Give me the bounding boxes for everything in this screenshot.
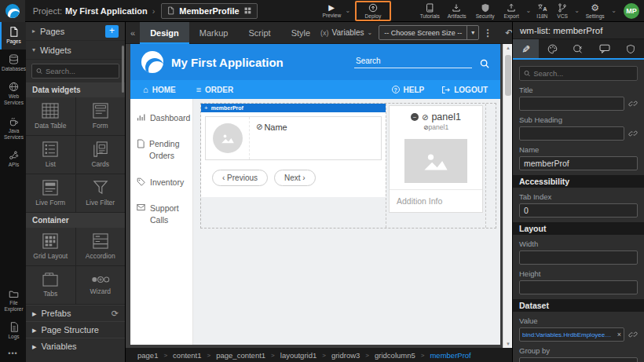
widget-tile-live-form[interactable]: Live Form <box>26 174 75 212</box>
user-avatar[interactable]: MP <box>624 3 639 19</box>
page-structure-accordion[interactable]: ▸ Page Structure <box>26 321 125 338</box>
security-button[interactable]: Security <box>472 0 498 22</box>
vcs-button[interactable]: VCS <box>554 0 571 22</box>
width-input[interactable] <box>519 250 638 265</box>
breadcrumb-gridrow3[interactable]: gridrow3 <box>331 351 360 360</box>
chevron-down-icon[interactable]: ⌄ <box>611 7 617 14</box>
sidebar-item-inventory[interactable]: Inventory <box>130 170 192 196</box>
kebab-menu-icon[interactable]: ⋮ <box>479 27 496 38</box>
tab-markup[interactable]: Markup <box>189 22 239 44</box>
export-button[interactable]: Export <box>500 0 522 22</box>
layout-grid-row[interactable]: + memberProf <box>200 103 496 229</box>
properties-search-input[interactable] <box>533 69 633 78</box>
tab-design[interactable]: Design <box>140 22 189 44</box>
breadcrumb-content1[interactable]: content1 <box>173 351 201 360</box>
tab-properties[interactable]: ✎ <box>513 39 539 58</box>
widget-search-input[interactable] <box>46 67 115 75</box>
grid-column-panel[interactable]: – ⊘ panel1 ⊘panel1 Additio <box>386 104 485 228</box>
refresh-icon[interactable]: ⟳ <box>112 309 119 319</box>
wavemaker-logo[interactable] <box>0 0 25 22</box>
value-binding-input[interactable]: bind:Variables.HrdbEmployeeData.data × <box>519 327 624 342</box>
rail-item-file-explorer[interactable]: File Explorer <box>0 284 26 317</box>
artifacts-button[interactable]: Artifacts <box>444 0 470 22</box>
widgets-panel-scrollbar[interactable] <box>122 46 124 93</box>
next-button[interactable]: Next › <box>274 170 316 186</box>
widget-tile-tabs[interactable]: Tabs <box>26 266 75 304</box>
widget-tile-cards[interactable]: Cards <box>76 136 126 174</box>
breadcrumb-gridcolumn5[interactable]: gridcolumn5 <box>375 351 415 360</box>
tutorials-button[interactable]: Tutorials <box>416 0 444 22</box>
sub-heading-input[interactable] <box>519 126 624 141</box>
clear-binding-icon[interactable]: × <box>617 331 621 338</box>
deploy-button[interactable]: Deploy <box>361 0 385 22</box>
rail-item-apis[interactable]: APIs <box>0 145 26 173</box>
sidebar-item-pending-orders[interactable]: Pending Orders <box>130 131 192 169</box>
variables-accordion[interactable]: ▸ Variables <box>26 338 125 354</box>
tab-style[interactable]: Style <box>281 22 320 44</box>
sidebar-item-dashboard[interactable]: Dashboard <box>130 105 192 131</box>
panel1-image-placeholder[interactable] <box>404 139 467 183</box>
previous-button[interactable]: ‹ Previous <box>212 170 268 186</box>
widget-tile-grid-layout[interactable]: Grid Layout <box>26 228 75 265</box>
scrollbar-thumb[interactable] <box>505 55 511 96</box>
prefabs-accordion[interactable]: ▸ Prefabs ⟳ <box>26 305 125 321</box>
chevron-down-icon[interactable]: ⌄ <box>345 7 350 14</box>
tab-index-input[interactable] <box>519 203 638 218</box>
widget-tile-live-filter[interactable]: Live Filter <box>76 174 126 212</box>
rail-item-java-services[interactable]: Java Services <box>0 112 26 145</box>
page-tab-memberprofile[interactable]: MemberProfile <box>161 3 257 19</box>
nav-help[interactable]: ? HELP <box>392 86 425 94</box>
preview-button[interactable]: ▶ Preview <box>319 0 345 22</box>
screen-size-select[interactable]: -- Choose Screen Size -- ▼ <box>379 25 479 40</box>
tab-script[interactable]: Script <box>239 22 281 44</box>
rail-item-web-services[interactable]: Web Services <box>0 77 26 111</box>
chevron-down-icon[interactable]: ⌄ <box>525 7 531 14</box>
panel1-widget[interactable]: – ⊘ panel1 ⊘panel1 Additio <box>389 105 483 213</box>
widget-tile-data-table[interactable]: Data Table <box>26 97 75 135</box>
breadcrumb-memberprof[interactable]: memberProf <box>430 351 470 360</box>
widget-tile-accordion[interactable]: Accordion <box>76 228 126 265</box>
breadcrumb-layoutgrid1[interactable]: layoutgrid1 <box>280 351 317 360</box>
breadcrumb-page-content1[interactable]: page_content1 <box>216 351 265 360</box>
panel1-header[interactable]: – ⊘ panel1 <box>390 106 482 123</box>
widget-tile-form[interactable]: Form <box>76 97 126 135</box>
grid-column-memberprof[interactable]: + memberProf <box>201 104 386 228</box>
pages-accordion[interactable]: ▸ Pages + <box>26 22 125 41</box>
tab-inspect[interactable] <box>565 39 591 58</box>
grid-column-empty[interactable] <box>485 104 496 228</box>
rail-more-button[interactable]: ••• <box>0 345 26 362</box>
i18n-button[interactable]: A I18N <box>533 0 551 22</box>
panel-collapse-icon[interactable]: – <box>411 113 419 121</box>
name-input[interactable] <box>519 156 638 170</box>
tab-messages[interactable] <box>591 39 617 58</box>
collapse-left-icon[interactable]: « <box>126 28 140 38</box>
chevron-down-icon[interactable]: ⌄ <box>574 7 580 14</box>
nav-home[interactable]: ⌂ HOME <box>143 85 176 94</box>
height-input[interactable] <box>519 280 638 294</box>
bind-link-icon[interactable] <box>628 330 638 339</box>
widget-tile-wizard[interactable]: Wizard <box>76 266 126 304</box>
search-icon[interactable] <box>480 59 489 68</box>
rail-item-pages[interactable]: Pages <box>0 22 26 49</box>
bind-link-icon[interactable] <box>628 99 638 108</box>
settings-button[interactable]: ⚙ Settings <box>582 0 608 22</box>
canvas-scrollbar[interactable]: ▲ ▼ <box>503 44 512 348</box>
group-by-input[interactable] <box>519 357 638 362</box>
bind-link-icon[interactable] <box>628 129 638 138</box>
grid-icon[interactable] <box>244 6 251 15</box>
add-page-button[interactable]: + <box>105 25 119 38</box>
nav-order[interactable]: ≡ ORDER <box>196 85 234 94</box>
rail-item-databases[interactable]: Databases <box>0 49 26 77</box>
tab-security[interactable] <box>618 39 644 58</box>
memberprof-selection-bar[interactable]: + memberProf <box>201 104 386 112</box>
rail-item-logs[interactable]: Logs <box>0 317 26 345</box>
variables-dropdown[interactable]: (x) Variables ⌄ <box>320 28 372 37</box>
memberprof-list-widget[interactable]: ⊘ Name <box>201 112 386 160</box>
list-item-template[interactable]: ⊘ Name <box>205 116 382 160</box>
title-input[interactable] <box>519 97 624 111</box>
app-search-input[interactable]: Search <box>354 57 472 68</box>
tab-styles[interactable] <box>539 39 565 58</box>
nav-logout[interactable]: LOGOUT <box>441 86 488 94</box>
sidebar-item-support-calls[interactable]: Support Calls <box>130 196 192 233</box>
widgets-accordion[interactable]: ▾ Widgets <box>26 41 125 60</box>
